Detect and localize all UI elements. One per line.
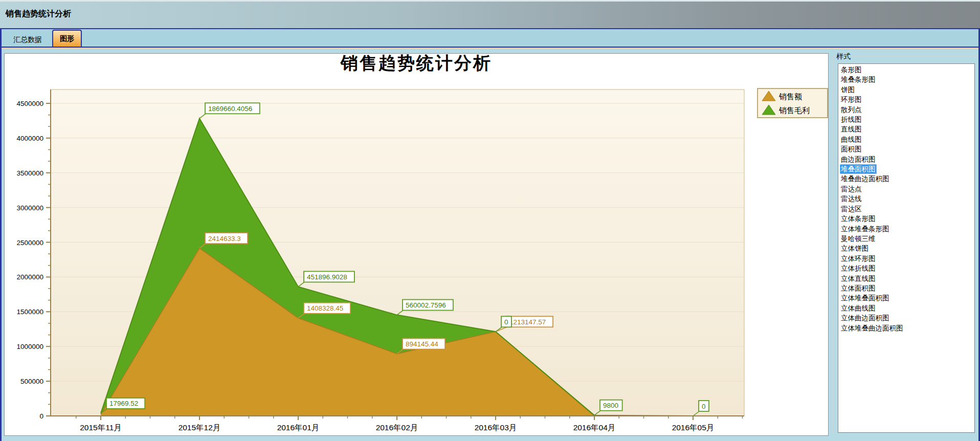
style-list-item[interactable]: 堆叠条形图 <box>840 75 974 84</box>
x-axis-tick-label: 2016年03月 <box>475 423 517 432</box>
style-list-item[interactable]: 条形图 <box>840 65 974 75</box>
style-list-item[interactable]: 折线图 <box>840 115 974 124</box>
style-list-item[interactable]: 散列点 <box>840 105 974 115</box>
y-axis-tick-label: 500000 <box>20 378 43 385</box>
y-axis-tick-label: 1000000 <box>16 343 43 350</box>
y-axis-tick-label: 3000000 <box>16 204 43 212</box>
y-axis-tick-label: 1500000 <box>16 308 43 316</box>
window-title: 销售趋势统计分析 <box>6 9 71 19</box>
x-axis-tick-label: 2015年11月 <box>80 423 122 432</box>
y-axis-tick-label: 0 <box>39 412 43 420</box>
x-axis-tick-label: 2016年02月 <box>376 423 418 432</box>
style-list-item[interactable]: 直线图 <box>840 124 974 134</box>
style-panel: 样式 条形图堆叠条形图饼图环形图散列点折线图直线图曲线图面积图曲边面积图堆叠面积… <box>833 49 978 438</box>
legend-label: 销售额 <box>778 92 802 101</box>
svg-text:9800: 9800 <box>603 402 618 409</box>
style-list-item[interactable]: 雷达点 <box>840 184 974 194</box>
x-axis-tick-label: 2015年12月 <box>179 423 221 432</box>
style-list-item[interactable]: 曼哈顿三维 <box>840 234 974 244</box>
style-list-item[interactable]: 曲边面积图 <box>840 155 974 164</box>
style-list-item[interactable]: 雷达线 <box>840 194 974 204</box>
window-titlebar: 销售趋势统计分析 <box>0 0 980 28</box>
sales-trend-chart: 0500000100000015000002000000250000030000… <box>5 54 828 435</box>
svg-text:17969.52: 17969.52 <box>109 400 138 407</box>
chart-style-listbox[interactable]: 条形图堆叠条形图饼图环形图散列点折线图直线图曲线图面积图曲边面积图堆叠面积图堆叠… <box>838 63 975 433</box>
y-axis-tick-label: 2000000 <box>16 273 43 281</box>
svg-text:1408328.45: 1408328.45 <box>307 304 343 312</box>
style-list-item[interactable]: 立体折线图 <box>840 263 974 273</box>
style-list-item[interactable]: 立体曲线图 <box>840 303 974 313</box>
x-axis-tick-label: 2016年05月 <box>672 423 715 432</box>
style-list-item[interactable]: 立体堆叠面积图 <box>840 293 974 303</box>
y-axis-tick-label: 2500000 <box>16 239 43 247</box>
style-list-item[interactable]: 环形图 <box>840 95 974 104</box>
x-axis-tick-label: 2016年01月 <box>277 423 320 432</box>
svg-text:894145.44: 894145.44 <box>406 340 438 348</box>
chart-title: 销售趋势统计分析 <box>340 54 492 73</box>
style-list-item[interactable]: 立体环形图 <box>840 254 974 263</box>
style-list-item[interactable]: 堆叠曲边面积图 <box>840 174 974 184</box>
chart-panel: 0500000100000015000002000000250000030000… <box>4 53 829 436</box>
style-list-item[interactable]: 立体堆叠曲边面积图 <box>840 323 974 333</box>
svg-text:1869660.4056: 1869660.4056 <box>208 105 252 113</box>
style-list-item[interactable]: 饼图 <box>840 85 974 95</box>
svg-text:451896.9028: 451896.9028 <box>307 273 347 281</box>
svg-text:1213147.57: 1213147.57 <box>509 318 546 326</box>
tab-summary-data[interactable]: 汇总数据 <box>4 32 51 47</box>
y-axis-tick-label: 4500000 <box>16 100 43 107</box>
style-list-item[interactable]: 堆叠面积图 <box>840 164 974 174</box>
x-axis-tick-label: 2016年04月 <box>573 423 616 432</box>
style-list-item[interactable]: 雷达区 <box>840 204 974 214</box>
style-list-item[interactable]: 立体饼图 <box>840 244 974 253</box>
svg-text:0: 0 <box>702 403 706 410</box>
y-axis-tick-label: 4000000 <box>16 135 43 142</box>
svg-text:560002.7596: 560002.7596 <box>406 301 446 309</box>
legend-label: 销售毛利 <box>778 106 810 115</box>
style-list-item[interactable]: 面积图 <box>840 144 974 154</box>
y-axis-tick-label: 3500000 <box>16 169 43 177</box>
tab-graphic[interactable]: 图形 <box>52 30 82 47</box>
style-list-item[interactable]: 立体条形图 <box>840 214 974 224</box>
style-groupbox-label: 样式 <box>835 52 852 61</box>
style-list-item[interactable]: 立体面积图 <box>840 283 974 293</box>
svg-text:0: 0 <box>504 318 508 326</box>
tab-strip: 汇总数据 图形 <box>0 28 980 48</box>
svg-text:2414633.3: 2414633.3 <box>208 235 241 242</box>
style-list-item[interactable]: 立体曲边面积图 <box>840 313 974 323</box>
style-list-item[interactable]: 曲线图 <box>840 135 974 144</box>
style-list-item[interactable]: 立体堆叠条形图 <box>840 224 974 234</box>
style-list-item[interactable]: 立体直线图 <box>840 274 974 283</box>
